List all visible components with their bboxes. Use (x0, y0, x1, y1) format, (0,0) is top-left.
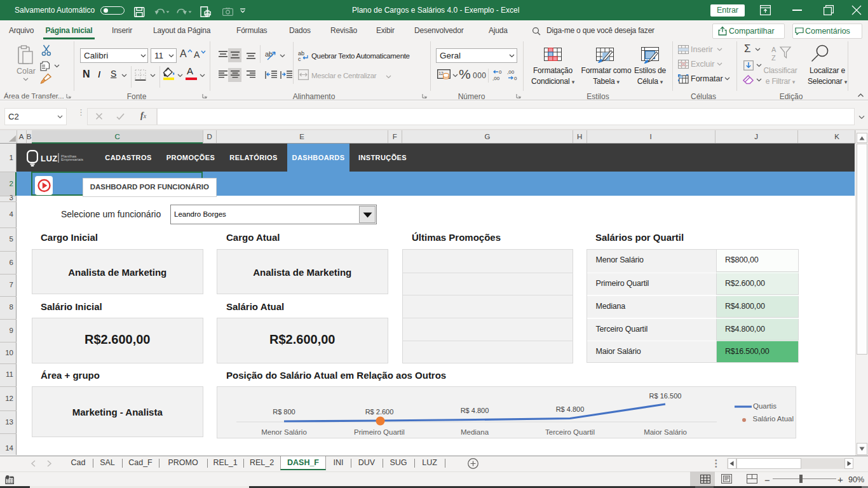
svg-text:0: 0 (514, 76, 517, 81)
svg-text:,00: ,00 (507, 69, 515, 75)
svg-text:12: 12 (438, 71, 444, 76)
svg-text:,00: ,00 (492, 76, 500, 81)
svg-text:0: 0 (499, 69, 502, 75)
svg-text:c: c (298, 56, 301, 62)
svg-text:ab: ab (265, 50, 273, 58)
svg-text:Z: Z (771, 54, 776, 62)
svg-text:A: A (771, 46, 776, 53)
